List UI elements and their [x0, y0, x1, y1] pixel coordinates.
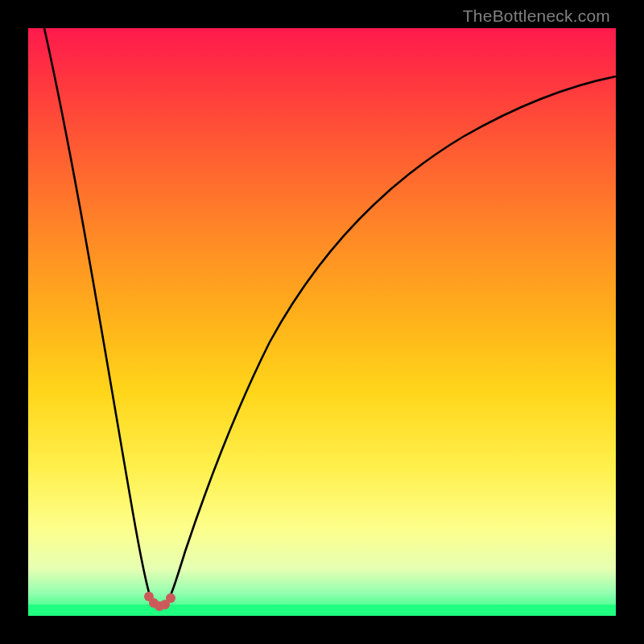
valley-markers: [144, 592, 175, 611]
watermark-text: TheBottleneck.com: [463, 6, 610, 26]
bottleneck-curve-svg: [28, 28, 616, 616]
left-curve-branch: [44, 28, 157, 606]
chart-frame: [28, 28, 616, 616]
right-curve-branch: [165, 76, 616, 606]
svg-point-4: [166, 593, 175, 603]
